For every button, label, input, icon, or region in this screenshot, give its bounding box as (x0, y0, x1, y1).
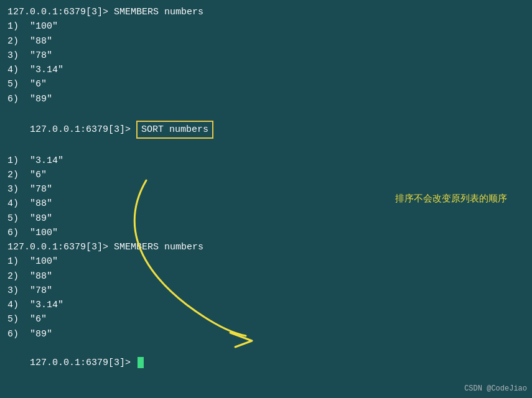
line-4: 3) "78" (7, 49, 525, 63)
line-5: 4) "3.14" (7, 63, 525, 77)
sort-command-line: 127.0.0.1:6379[3]> SORT numbers (7, 106, 525, 154)
annotation-text: 排序不会改变原列表的顺序 (395, 193, 507, 205)
smembers2-line: 127.0.0.1:6379[3]> SMEMBERS numbers (7, 240, 525, 254)
line-7: 6) "89" (7, 92, 525, 106)
line-1: 127.0.0.1:6379[3]> SMEMBERS numbers (7, 5, 525, 19)
sort-out-6: 6) "100" (7, 226, 525, 240)
smembers2-out-4: 4) "3.14" (7, 298, 525, 312)
sort-command-box: SORT numbers (136, 121, 213, 139)
watermark: CSDN @CodeJiao (464, 384, 527, 393)
sort-prompt: 127.0.0.1:6379[3]> (30, 124, 136, 135)
smembers2-out-2: 2) "88" (7, 269, 525, 284)
final-prompt-text: 127.0.0.1:6379[3]> (30, 358, 136, 368)
sort-out-2: 2) "6" (7, 168, 525, 182)
line-6: 5) "6" (7, 77, 525, 91)
smembers2-out-6: 6) "89" (7, 327, 525, 341)
line-3: 2) "88" (7, 34, 525, 49)
smembers2-out-5: 5) "6" (7, 312, 525, 326)
smembers2-out-3: 3) "78" (7, 284, 525, 298)
smembers2-out-1: 1) "100" (7, 254, 525, 269)
cursor-block (138, 357, 144, 368)
sort-out-1: 1) "3.14" (7, 154, 525, 168)
line-2: 1) "100" (7, 19, 525, 34)
sort-out-5: 5) "89" (7, 211, 525, 226)
final-prompt-line: 127.0.0.1:6379[3]> (7, 341, 525, 385)
